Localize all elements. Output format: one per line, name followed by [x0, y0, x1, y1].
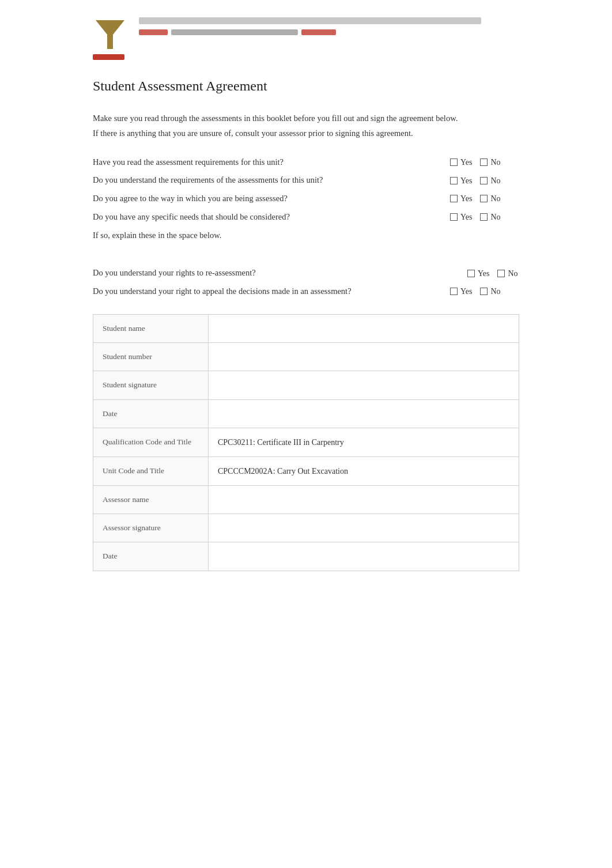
no-label-1: No [490, 156, 500, 168]
question-text-7: Do you understand your right to appeal t… [93, 285, 450, 298]
no-radio-6[interactable]: No [497, 267, 517, 280]
radio-group-1: Yes No [450, 156, 519, 168]
table-label-4: Qualification Code and Title [93, 428, 209, 456]
yes-radio-1[interactable]: Yes [450, 156, 472, 168]
yes-radio-3[interactable]: Yes [450, 193, 472, 205]
question-text-6: Do you understand your rights to re-asse… [93, 267, 467, 280]
yes-radio-box-4[interactable] [450, 213, 458, 221]
banner-chunk-2 [171, 29, 298, 35]
questions-block-1: Have you read the assessment requirement… [93, 156, 519, 242]
yes-radio-box-2[interactable] [450, 177, 458, 184]
no-radio-2[interactable]: No [480, 175, 500, 187]
page-container: Student Assessment Agreement Make sure y… [58, 0, 554, 606]
yes-radio-box-7[interactable] [450, 288, 458, 295]
banner-line-1 [139, 17, 481, 24]
banner-bottom [139, 29, 519, 35]
table-value-5: CPCCCM2002A: Carry Out Excavation [209, 456, 519, 485]
table-row: Date [93, 399, 519, 428]
table-label-5: Unit Code and Title [93, 456, 209, 485]
radio-group-2: Yes No [450, 175, 519, 187]
table-label-2: Student signature [93, 371, 209, 399]
question-text-3: Do you agree to the way in which you are… [93, 193, 450, 205]
table-label-3: Date [93, 399, 209, 428]
no-radio-box-2[interactable] [480, 177, 488, 184]
form-table-body: Student nameStudent numberStudent signat… [93, 314, 519, 571]
table-label-1: Student number [93, 343, 209, 371]
radio-group-7: Yes No [450, 285, 519, 297]
yes-label-6: Yes [478, 267, 489, 280]
logo-icon [93, 17, 127, 52]
table-value-3[interactable] [209, 399, 519, 428]
table-value-8[interactable] [209, 542, 519, 571]
table-row: Qualification Code and TitleCPC30211: Ce… [93, 428, 519, 456]
logo-text-decoration [93, 54, 124, 60]
table-value-0[interactable] [209, 314, 519, 342]
table-row: Student signature [93, 371, 519, 399]
no-radio-box-7[interactable] [480, 288, 488, 295]
yes-label-3: Yes [460, 193, 472, 205]
question-row-5: If so, explain these in the space below. [93, 229, 519, 242]
no-label-4: No [490, 211, 500, 223]
no-radio-7[interactable]: No [480, 285, 500, 297]
header-banner [139, 17, 519, 37]
table-value-2[interactable] [209, 371, 519, 399]
banner-chunk-3 [301, 29, 336, 35]
no-radio-3[interactable]: No [480, 193, 500, 205]
radio-group-4: Yes No [450, 211, 519, 223]
table-row: Student number [93, 343, 519, 371]
no-radio-1[interactable]: No [480, 156, 500, 168]
question-row-3: Do you agree to the way in which you are… [93, 193, 519, 205]
no-label-7: No [490, 285, 500, 297]
questions-block-2: Do you understand your rights to re-asse… [93, 267, 519, 298]
svg-marker-0 [96, 20, 124, 49]
question-row-7: Do you understand your right to appeal t… [93, 285, 519, 298]
yes-radio-box-6[interactable] [467, 270, 475, 277]
table-value-7[interactable] [209, 514, 519, 542]
no-radio-box-4[interactable] [480, 213, 488, 221]
table-row: Student name [93, 314, 519, 342]
banner-chunk-1 [139, 29, 168, 35]
yes-radio-6[interactable]: Yes [467, 267, 489, 280]
table-label-0: Student name [93, 314, 209, 342]
question-row-4: Do you have any specific needs that shou… [93, 211, 519, 224]
no-label-3: No [490, 193, 500, 205]
table-value-1[interactable] [209, 343, 519, 371]
yes-radio-4[interactable]: Yes [450, 211, 472, 223]
no-radio-box-6[interactable] [497, 270, 505, 277]
yes-label-7: Yes [460, 285, 472, 297]
table-row: Date [93, 542, 519, 571]
intro-text: Make sure you read through the assessmen… [93, 112, 519, 140]
question-text-5: If so, explain these in the space below. [93, 229, 519, 242]
question-row-2: Do you understand the requirements of th… [93, 174, 519, 187]
table-label-6: Assessor name [93, 485, 209, 514]
question-text-4: Do you have any specific needs that shou… [93, 211, 450, 224]
yes-radio-box-1[interactable] [450, 158, 458, 166]
question-text-2: Do you understand the requirements of th… [93, 174, 450, 187]
intro-line-2: If there is anything that you are unsure… [93, 127, 519, 140]
table-row: Assessor name [93, 485, 519, 514]
logo-area [93, 17, 127, 62]
header [93, 17, 519, 62]
yes-label-1: Yes [460, 156, 472, 168]
radio-group-3: Yes No [450, 193, 519, 205]
table-value-6[interactable] [209, 485, 519, 514]
no-radio-box-1[interactable] [480, 158, 488, 166]
table-label-8: Date [93, 542, 209, 571]
page-title: Student Assessment Agreement [93, 76, 519, 96]
question-row-1: Have you read the assessment requirement… [93, 156, 519, 169]
yes-radio-box-3[interactable] [450, 195, 458, 202]
no-radio-4[interactable]: No [480, 211, 500, 223]
question-text-1: Have you read the assessment requirement… [93, 156, 450, 169]
no-radio-box-3[interactable] [480, 195, 488, 202]
yes-label-2: Yes [460, 175, 472, 187]
no-label-6: No [508, 267, 517, 280]
yes-radio-7[interactable]: Yes [450, 285, 472, 297]
table-label-7: Assessor signature [93, 514, 209, 542]
question-row-6: Do you understand your rights to re-asse… [93, 267, 519, 280]
form-table: Student nameStudent numberStudent signat… [93, 314, 519, 571]
yes-radio-2[interactable]: Yes [450, 175, 472, 187]
table-row: Assessor signature [93, 514, 519, 542]
table-row: Unit Code and TitleCPCCCM2002A: Carry Ou… [93, 456, 519, 485]
intro-line-1: Make sure you read through the assessmen… [93, 112, 519, 125]
spacer-1 [93, 258, 519, 267]
